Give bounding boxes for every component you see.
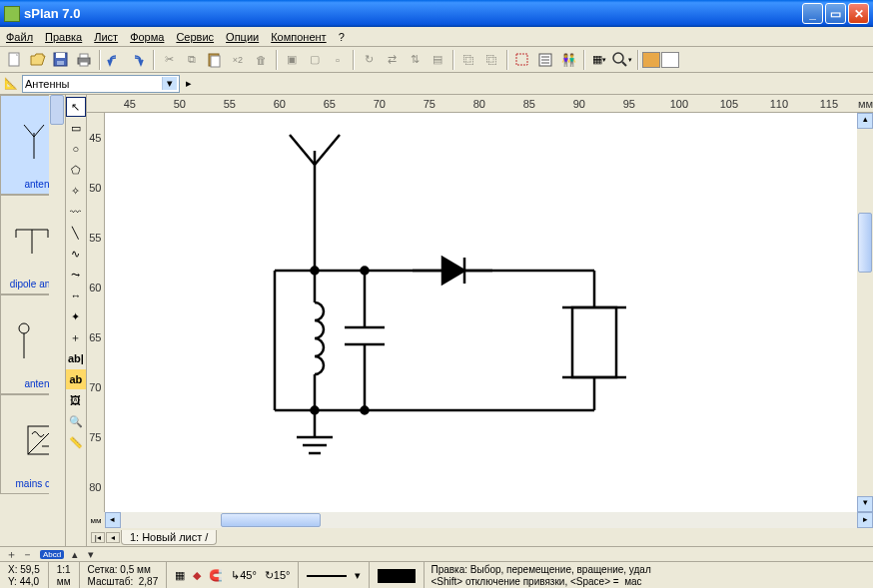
ruler-v-unit: мм — [87, 516, 105, 525]
page-icon[interactable]: ▦▾ — [588, 49, 610, 71]
cut-icon[interactable]: ✂ — [158, 49, 180, 71]
flipv-icon[interactable]: ⇅ — [404, 49, 426, 71]
window-title: sPlan 7.0 — [24, 6, 800, 21]
zoom-ratio: 1:1 мм — [49, 562, 80, 588]
ungroup-icon[interactable]: ⿻ — [480, 49, 502, 71]
toolbar: ✂ ⧉ ×2 🗑 ▣ ▢ ▫ ↻ ⇄ ⇅ ▤ ⿻ ⿻ 👫 ▦▾ ▾ — [0, 47, 873, 73]
svg-line-39 — [290, 135, 315, 165]
up-icon[interactable]: ▴ — [68, 548, 82, 561]
palette-scrollbar[interactable] — [49, 95, 65, 546]
menu-component[interactable]: Компонент — [271, 31, 326, 43]
menu-help[interactable]: ? — [339, 31, 345, 43]
group-icon[interactable]: ⿻ — [457, 49, 479, 71]
svg-rect-9 — [516, 54, 527, 65]
print-icon[interactable] — [73, 49, 95, 71]
zoomin-icon[interactable]: － — [20, 547, 34, 562]
dimension-tool-icon[interactable]: ↔ — [66, 286, 86, 305]
vertical-scrollbar[interactable]: ▴ ▾ — [857, 113, 873, 512]
sheet-tabs: |◂ ◂ 1: Новый лист / — [87, 528, 873, 546]
shape-tool-icon[interactable]: ⬠ — [66, 160, 86, 180]
find-icon[interactable]: 👫 — [557, 49, 579, 71]
horizontal-scrollbar[interactable]: мм ◂ ▸ — [87, 512, 873, 528]
menu-file[interactable]: Файл — [6, 31, 33, 43]
angle-btn[interactable]: ↳45° — [231, 569, 257, 582]
curve-tool-icon[interactable]: ∿ — [66, 244, 86, 264]
close-button[interactable]: ✕ — [848, 3, 869, 24]
abcd-badge[interactable]: Abcd — [40, 550, 64, 559]
sheet-tab[interactable]: 1: Новый лист / — [121, 530, 218, 545]
pointer-tool-icon[interactable]: ↖ — [66, 97, 86, 117]
library-bar: 📐 Антенны ▾ ▸ — [0, 73, 873, 95]
lineweight-picker[interactable]: ▾ — [299, 562, 370, 588]
down-icon[interactable]: ▾ — [84, 548, 98, 561]
footer-tools: ▦ ◆ 🧲 ↳45° ↻15° — [167, 562, 299, 588]
dropdown-icon[interactable]: ▾ — [162, 77, 177, 90]
menu-shape[interactable]: Форма — [130, 31, 164, 43]
library-icon[interactable]: 📐 — [4, 77, 18, 90]
canvas[interactable] — [105, 113, 873, 512]
open-icon[interactable] — [27, 49, 49, 71]
svg-point-53 — [361, 407, 368, 414]
toback-icon[interactable]: ▢ — [304, 49, 326, 71]
list-icon[interactable] — [534, 49, 556, 71]
snapobj-icon[interactable]: 🧲 — [209, 569, 223, 582]
svg-line-17 — [24, 125, 34, 137]
menu-options[interactable]: Опции — [226, 31, 259, 43]
menu-edit[interactable]: Правка — [45, 31, 82, 43]
tab-first-icon[interactable]: |◂ — [91, 532, 105, 543]
maximize-button[interactable]: ▭ — [825, 3, 846, 24]
menu-sheet[interactable]: Лист — [94, 31, 118, 43]
snap-icon[interactable] — [511, 49, 533, 71]
tab-prev-icon[interactable]: ◂ — [106, 532, 120, 543]
ruler-horizontal: 4550556065707580859095100105110115мм — [87, 95, 873, 113]
color1-icon[interactable] — [642, 52, 660, 68]
circle-tool-icon[interactable]: ○ — [66, 139, 86, 159]
menu-service[interactable]: Сервис — [176, 31, 214, 43]
color2-icon[interactable] — [661, 52, 679, 68]
library-combo-text: Антенны — [25, 78, 70, 90]
color-swatch[interactable] — [370, 562, 425, 588]
label-tool-icon[interactable]: ab — [66, 369, 86, 389]
point-tool-icon[interactable]: ＋ — [66, 327, 86, 347]
zoomout-icon[interactable]: ＋ — [4, 547, 18, 562]
line-tool-icon[interactable]: ╲ — [66, 223, 86, 243]
bezier-tool-icon[interactable]: ⤳ — [66, 265, 86, 285]
zoom-icon[interactable]: ▾ — [611, 49, 633, 71]
app-icon — [4, 6, 20, 22]
svg-line-18 — [34, 125, 44, 137]
forward-icon[interactable]: ▫ — [327, 49, 349, 71]
snapgrid-icon[interactable]: ◆ — [193, 569, 201, 582]
circuit-drawing — [105, 113, 744, 512]
grid-icon[interactable]: ▦ — [175, 569, 185, 582]
svg-rect-63 — [572, 307, 616, 377]
svg-point-27 — [19, 323, 29, 333]
rect-tool-icon[interactable]: ▭ — [66, 118, 86, 138]
library-combo[interactable]: Антенны ▾ — [22, 75, 180, 93]
paste-icon[interactable] — [204, 49, 226, 71]
node-tool-icon[interactable]: ✦ — [66, 306, 86, 326]
measure-tool-icon[interactable]: 📏 — [66, 432, 86, 452]
new-icon[interactable] — [4, 49, 26, 71]
rotstep-btn[interactable]: ↻15° — [265, 569, 291, 582]
minimize-button[interactable]: _ — [802, 3, 823, 24]
image-tool-icon[interactable]: 🖼 — [66, 390, 86, 410]
special-tool-icon[interactable]: ✧ — [66, 181, 86, 201]
rotate-icon[interactable]: ↻ — [358, 49, 380, 71]
ruler-vertical: 455055606570758085 — [87, 113, 105, 512]
svg-line-15 — [622, 62, 626, 66]
tofront-icon[interactable]: ▣ — [281, 49, 303, 71]
freehand-tool-icon[interactable]: 〰 — [66, 202, 86, 222]
svg-rect-8 — [211, 56, 220, 67]
zoom-tool-icon[interactable]: 🔍 — [66, 411, 86, 431]
svg-point-14 — [613, 53, 623, 63]
copy-icon[interactable]: ⧉ — [181, 49, 203, 71]
save-icon[interactable] — [50, 49, 72, 71]
duplicate-icon[interactable]: ×2 — [227, 49, 249, 71]
fliph-icon[interactable]: ⇄ — [381, 49, 403, 71]
redo-icon[interactable] — [127, 49, 149, 71]
align-icon[interactable]: ▤ — [427, 49, 448, 71]
undo-icon[interactable] — [104, 49, 126, 71]
text-tool-icon[interactable]: ab| — [66, 348, 86, 368]
delete-icon[interactable]: 🗑 — [250, 49, 272, 71]
library-next-icon[interactable]: ▸ — [182, 77, 196, 90]
